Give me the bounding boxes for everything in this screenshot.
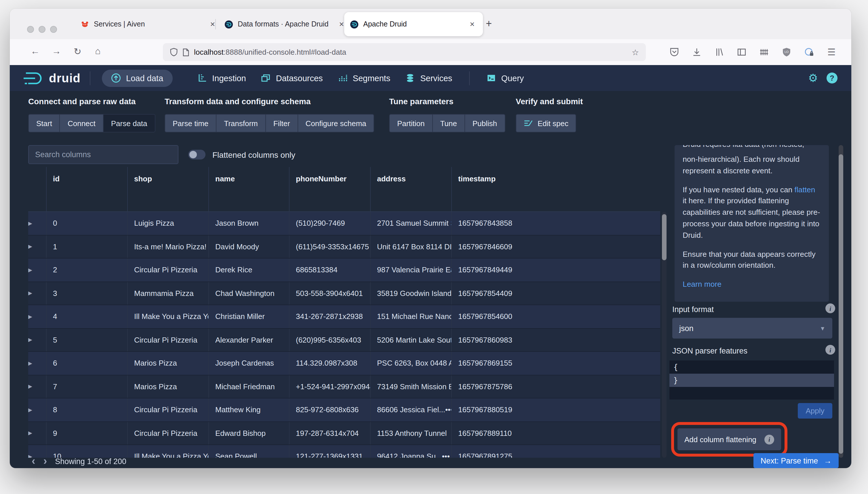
downloads-icon[interactable] (692, 47, 702, 57)
header-shop[interactable]: shop (128, 167, 209, 211)
nav-item-query[interactable]: Query (479, 65, 531, 91)
table-row[interactable]: ▶7Marios PizzaMichael Friedman+1-524-941… (28, 375, 660, 398)
cell-timestamp: 1657967891275 (452, 445, 660, 458)
row-expander-icon[interactable]: ▶ (28, 407, 32, 413)
add-column-flattening-button[interactable]: Add column flattening i (677, 429, 781, 450)
row-expander-icon[interactable]: ▶ (28, 360, 32, 366)
header-timestamp[interactable]: timestamp (452, 167, 660, 211)
step-filter[interactable]: Filter (265, 114, 298, 132)
table-row[interactable]: ▶3Mammamia PizzaChad Washington503-558-3… (28, 282, 660, 305)
tab-title: Apache Druid (363, 20, 407, 28)
row-expander-icon[interactable]: ▶ (28, 244, 32, 250)
nav-item-ingestion[interactable]: Ingestion (190, 65, 254, 91)
row-expander-icon[interactable]: ▶ (28, 290, 32, 296)
reload-icon[interactable]: ↻ (74, 46, 81, 57)
json-parser-features-editor[interactable]: { } (670, 360, 834, 400)
nav-item-services[interactable]: Services (398, 65, 460, 91)
close-tab-icon[interactable]: ✕ (467, 19, 477, 29)
page-prev-icon[interactable]: ‹ (32, 456, 35, 467)
table-row[interactable]: ▶8Circular Pi PizzeriaMatthew King825-97… (28, 398, 660, 422)
panel-scrollbar-thumb[interactable] (838, 154, 843, 454)
input-format-info-icon[interactable]: i (825, 303, 835, 313)
add-column-flattening-info-icon[interactable]: i (765, 434, 774, 444)
home-icon[interactable]: ⌂ (95, 46, 100, 56)
header-name[interactable]: name (209, 167, 290, 211)
flatten-link[interactable]: flatten (795, 185, 815, 194)
library-icon[interactable] (714, 47, 724, 57)
nav-item-segments[interactable]: Segments (330, 65, 398, 91)
pocket-icon[interactable] (670, 47, 679, 57)
cell-shop: Circular Pi Pizzeria (128, 259, 209, 281)
back-icon[interactable]: ← (31, 46, 40, 56)
step-tune[interactable]: Tune (432, 114, 465, 132)
cell-phoneNumber: +1-524-941-2997x0944 (290, 375, 371, 398)
step-parse-time[interactable]: Parse time (165, 114, 216, 132)
next-parse-time-button[interactable]: Next: Parse time → (753, 453, 838, 468)
table-row[interactable]: ▶6Marios PizzaJoseph Cardenas114.329.098… (28, 352, 660, 375)
apply-button[interactable]: Apply (798, 403, 832, 419)
row-expander-icon[interactable]: ▶ (28, 384, 32, 390)
table-row[interactable]: ▶0Luigis PizzaJason Brown(510)290-746927… (28, 212, 660, 235)
multi-account-containers-icon[interactable] (759, 47, 769, 57)
step-parse-data[interactable]: Parse data (103, 114, 155, 132)
row-expander-icon[interactable]: ▶ (28, 221, 32, 226)
search-input[interactable] (28, 145, 178, 164)
nav-item-load-data[interactable]: Load data (102, 69, 172, 87)
gear-icon[interactable]: ⚙ (808, 71, 818, 84)
step-configure-schema[interactable]: Configure schema (297, 114, 374, 132)
cell-name: Alexander Parker (209, 328, 290, 351)
page-info-icon[interactable] (182, 48, 189, 56)
step-partition[interactable]: Partition (389, 114, 432, 132)
tab-separator (215, 19, 216, 30)
shield-lo-extension-icon[interactable]: LO (782, 47, 791, 57)
cell-name: Jason Brown (209, 212, 290, 235)
cell-phoneNumber: (620)995-6356x403 (290, 328, 371, 351)
nav-item-datasources[interactable]: Datasources (254, 65, 330, 91)
step-connect[interactable]: Connect (60, 114, 103, 132)
header-id[interactable]: id (46, 167, 128, 211)
row-expander-icon[interactable]: ▶ (28, 314, 32, 320)
bookmark-star-icon[interactable]: ☆ (632, 48, 639, 57)
page-next-icon[interactable]: › (43, 456, 47, 467)
header-phoneNumber[interactable]: phoneNumber (290, 167, 371, 211)
new-tab-button[interactable]: + (486, 18, 492, 30)
row-expander-icon[interactable]: ▶ (28, 267, 32, 273)
row-expander-icon[interactable]: ▶ (28, 430, 32, 436)
load-data-icon (111, 73, 121, 83)
url-bar[interactable]: localhost:8888/unified-console.html#load… (163, 43, 646, 61)
cell-shop: Circular Pi Pizzeria (128, 422, 209, 444)
zoom-window-button[interactable] (50, 26, 57, 33)
json-parser-features-info-icon[interactable]: i (825, 345, 835, 355)
learn-more-link[interactable]: Learn more (683, 280, 721, 288)
header-address[interactable]: address (371, 167, 452, 211)
cell-address: Unit 6147 Box 8114 DI (371, 235, 452, 258)
shield-permissions-icon[interactable] (170, 48, 178, 56)
step-transform[interactable]: Transform (216, 114, 266, 132)
step-edit-spec[interactable]: Edit spec (516, 114, 576, 132)
step-publish[interactable]: Publish (464, 114, 505, 132)
step-start[interactable]: Start (28, 114, 60, 132)
table-row[interactable]: ▶1Its-a me! Mario Pizza!David Moody(611)… (28, 235, 660, 259)
flattened-columns-toggle[interactable] (188, 150, 206, 159)
help-icon[interactable]: ? (827, 73, 837, 83)
input-format-select[interactable]: json ▼ (672, 318, 832, 339)
privacy-lock-icon[interactable] (804, 47, 814, 57)
row-expander-icon[interactable]: ▶ (28, 337, 32, 343)
menu-icon[interactable]: ☰ (827, 47, 836, 57)
table-row[interactable]: ▶9Circular Pi PizzeriaEdward Bishop197-2… (28, 422, 660, 445)
close-tab-icon[interactable]: ✕ (208, 19, 217, 29)
sidebar-icon[interactable] (737, 47, 747, 57)
table-row[interactable]: ▶5Circular Pi PizzeriaAlexander Parker(6… (28, 328, 660, 352)
druid-navbar: druid Load data Ingestion (10, 65, 851, 91)
table-row[interactable]: ▶2Circular Pi PizzeriaDerek Rice68658133… (28, 259, 660, 282)
close-window-button[interactable] (27, 26, 34, 33)
forward-icon[interactable]: → (52, 46, 61, 56)
druid-favicon (350, 20, 359, 28)
tab-data-formats-druid[interactable]: Data formats · Apache Druid ✕ (219, 13, 352, 35)
table-scrollbar-thumb[interactable] (662, 214, 667, 260)
ingestion-icon (197, 73, 207, 83)
tab-services-aiven[interactable]: Services | Aiven ✕ (75, 13, 223, 35)
minimize-window-button[interactable] (39, 26, 45, 33)
tab-apache-druid-active[interactable]: Apache Druid ✕ (344, 12, 483, 36)
table-row[interactable]: ▶4Ill Make You a Pizza YoChristian Mille… (28, 305, 660, 328)
